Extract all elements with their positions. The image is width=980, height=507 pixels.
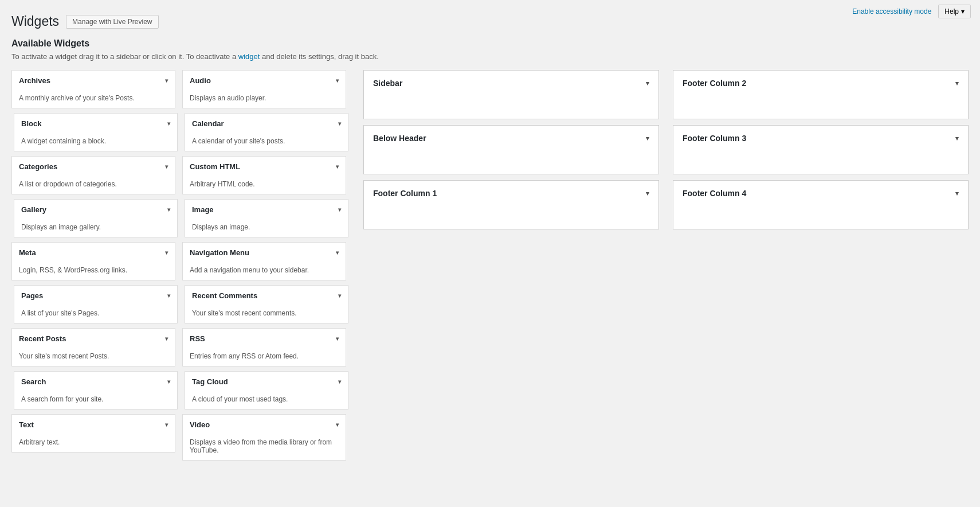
widget-description: A search form for your site.	[14, 392, 177, 409]
widget-header: Audio ▾	[183, 71, 346, 91]
widget-header: RSS ▾	[183, 329, 346, 349]
widget-item[interactable]: Calendar ▾ A calendar of your site's pos…	[185, 113, 348, 151]
widgets-column-1: Archives ▾ A monthly archive of your sit…	[11, 70, 178, 465]
widget-description: Arbitrary text.	[12, 435, 175, 452]
widget-header: Text ▾	[12, 415, 175, 435]
widget-description: Displays a video from the media library …	[183, 435, 346, 460]
widget-name: Video	[190, 420, 210, 429]
widget-description: Your site's most recent Posts.	[12, 349, 175, 366]
widget-description: A monthly archive of your site's Posts.	[12, 91, 175, 108]
sidebar-area-name: Below Header	[373, 134, 426, 143]
sidebar-area-header[interactable]: Below Header ▾	[364, 126, 658, 151]
widget-name: Navigation Menu	[190, 248, 249, 257]
widget-item[interactable]: Archives ▾ A monthly archive of your sit…	[11, 70, 175, 108]
widget-header: Gallery ▾	[14, 200, 177, 220]
widget-item[interactable]: Pages ▾ A list of your site's Pages.	[14, 285, 178, 323]
widget-chevron-icon: ▾	[165, 336, 168, 342]
widget-description: A cloud of your most used tags.	[185, 392, 348, 409]
sidebar-area-chevron-icon: ▾	[955, 80, 959, 87]
widget-name: Gallery	[21, 205, 46, 214]
sidebar-area-header[interactable]: Footer Column 2 ▾	[673, 71, 968, 96]
widget-item[interactable]: RSS ▾ Entries from any RSS or Atom feed.	[182, 328, 346, 366]
widget-item[interactable]: Block ▾ A widget containing a block.	[14, 113, 178, 151]
widget-name: Pages	[21, 291, 43, 300]
widget-description: Login, RSS, & WordPress.org links.	[12, 263, 175, 280]
widget-item[interactable]: Search ▾ A search form for your site.	[14, 371, 178, 410]
widget-header: Block ▾	[14, 114, 177, 134]
sidebar-area-header[interactable]: Footer Column 3 ▾	[673, 126, 968, 151]
widget-description: A calendar of your site's posts.	[185, 134, 348, 151]
widget-header: Search ▾	[14, 372, 177, 392]
available-widgets-grid: Archives ▾ A monthly archive of your sit…	[11, 70, 350, 465]
widget-description: Your site's most recent comments.	[185, 306, 348, 323]
page-title-row: Widgets Manage with Live Preview	[11, 14, 969, 29]
sidebar-area-header[interactable]: Sidebar ▾	[364, 71, 658, 96]
widget-item[interactable]: Tag Cloud ▾ A cloud of your most used ta…	[185, 371, 348, 410]
widget-link[interactable]: widget	[238, 52, 260, 61]
help-label: Help	[944, 7, 959, 15]
widgets-column-2: Audio ▾ Displays an audio player. Calend…	[182, 70, 348, 465]
sidebar-area-name: Footer Column 3	[683, 134, 746, 143]
sidebar-area-name: Sidebar	[373, 79, 402, 88]
sidebar-area-body	[673, 96, 968, 119]
widget-chevron-icon: ▾	[336, 77, 339, 84]
widget-chevron-icon: ▾	[167, 292, 170, 299]
widget-item[interactable]: Recent Comments ▾ Your site's most recen…	[185, 285, 348, 323]
widget-name: Search	[21, 377, 46, 386]
widget-chevron-icon: ▾	[338, 292, 341, 299]
sidebar-area: Below Header ▾	[363, 125, 659, 174]
widget-chevron-icon: ▾	[165, 77, 168, 84]
widget-item[interactable]: Video ▾ Displays a video from the media …	[182, 414, 346, 461]
widget-header: Archives ▾	[12, 71, 175, 91]
widget-name: Text	[19, 420, 34, 429]
sidebar-area-body	[673, 206, 968, 229]
widget-name: Categories	[19, 162, 57, 171]
widget-header: Meta ▾	[12, 243, 175, 263]
widget-header: Image ▾	[185, 200, 348, 220]
widget-name: Tag Cloud	[192, 377, 228, 386]
widget-description: Displays an audio player.	[183, 91, 346, 108]
main-layout: Archives ▾ A monthly archive of your sit…	[11, 70, 969, 465]
widget-name: Image	[192, 205, 214, 214]
available-widgets-section: Available Widgets To activate a widget d…	[11, 38, 969, 61]
sidebar-col-left: Sidebar ▾ Below Header ▾ Footer Column 1…	[363, 70, 659, 465]
widgets-two-col: Archives ▾ A monthly archive of your sit…	[11, 70, 350, 465]
sidebar-area-chevron-icon: ▾	[955, 135, 959, 142]
widget-header: Recent Comments ▾	[185, 286, 348, 306]
widget-item[interactable]: Text ▾ Arbitrary text.	[11, 414, 175, 453]
widget-item[interactable]: Recent Posts ▾ Your site's most recent P…	[11, 328, 175, 366]
widget-chevron-icon: ▾	[167, 206, 170, 213]
widget-item[interactable]: Navigation Menu ▾ Add a navigation menu …	[182, 242, 346, 280]
widget-item[interactable]: Custom HTML ▾ Arbitrary HTML code.	[182, 156, 346, 194]
sidebar-area-body	[364, 96, 658, 119]
sidebar-area-header[interactable]: Footer Column 1 ▾	[364, 181, 658, 206]
widget-description: Entries from any RSS or Atom feed.	[183, 349, 346, 366]
widget-item[interactable]: Image ▾ Displays an image.	[185, 199, 348, 237]
sidebar-area-body	[364, 151, 658, 174]
widget-description: Add a navigation menu to your sidebar.	[183, 263, 346, 280]
widget-header: Recent Posts ▾	[12, 329, 175, 349]
manage-live-preview-button[interactable]: Manage with Live Preview	[66, 15, 158, 29]
page-content: Widgets Manage with Live Preview Availab…	[0, 0, 980, 477]
sidebar-area: Footer Column 2 ▾	[673, 70, 969, 119]
sidebar-area-name: Footer Column 1	[373, 189, 437, 198]
widget-header: Categories ▾	[12, 157, 175, 177]
accessibility-link[interactable]: Enable accessibility mode	[852, 7, 931, 15]
widget-item[interactable]: Audio ▾ Displays an audio player.	[182, 70, 346, 108]
widget-item[interactable]: Gallery ▾ Displays an image gallery.	[14, 199, 178, 237]
sidebar-col-right: Footer Column 2 ▾ Footer Column 3 ▾ Foot…	[673, 70, 969, 465]
widget-chevron-icon: ▾	[336, 422, 339, 428]
widget-chevron-icon: ▾	[165, 249, 168, 256]
sidebar-area-chevron-icon: ▾	[646, 80, 649, 87]
widget-item[interactable]: Categories ▾ A list or dropdown of categ…	[11, 156, 175, 194]
widget-header: Custom HTML ▾	[183, 157, 346, 177]
widget-chevron-icon: ▾	[167, 120, 170, 127]
widget-description: A widget containing a block.	[14, 134, 177, 151]
top-bar: Enable accessibility mode Help ▾	[843, 0, 980, 23]
widget-header: Video ▾	[183, 415, 346, 435]
help-button[interactable]: Help ▾	[938, 5, 971, 18]
widget-chevron-icon: ▾	[167, 379, 170, 385]
widget-item[interactable]: Meta ▾ Login, RSS, & WordPress.org links…	[11, 242, 175, 280]
sidebar-area-header[interactable]: Footer Column 4 ▾	[673, 181, 968, 206]
widget-name: Audio	[190, 76, 211, 85]
